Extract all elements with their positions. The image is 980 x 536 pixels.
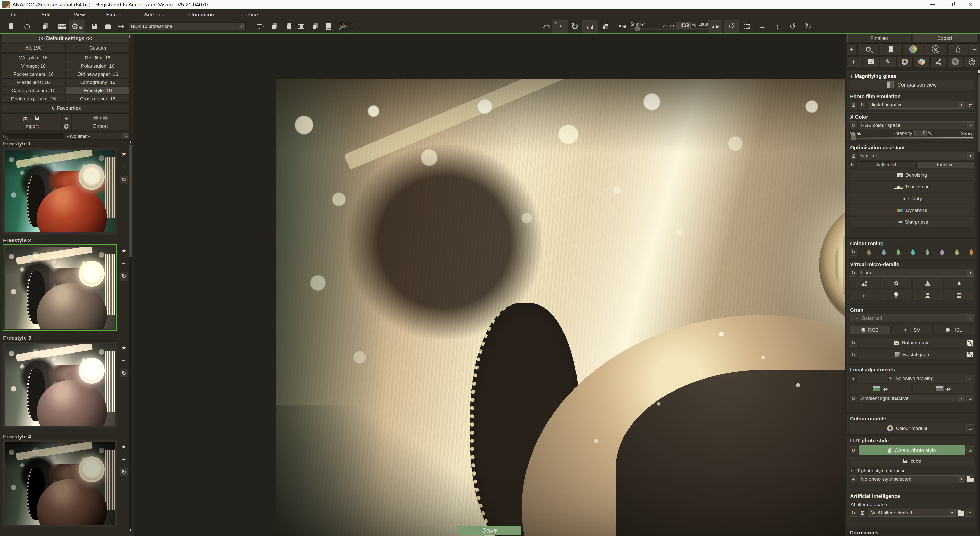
film-emulation-dropdown[interactable]: digital negative▼ [868, 101, 965, 109]
grain-hsl-button[interactable]: HSL [934, 326, 974, 334]
favourites-button[interactable]: ★ Favourites [2, 104, 130, 112]
colour-module-button[interactable]: Colour module [850, 423, 965, 433]
refresh-icon[interactable]: ↻ [850, 121, 857, 129]
preset-filter-dropdown[interactable]: - No filter - ▼ [65, 133, 130, 140]
micro-portrait-button[interactable] [913, 290, 943, 300]
export-icon[interactable]: » [966, 425, 974, 432]
clarity-button[interactable]: ◑Clarity [850, 194, 974, 204]
category-pocket-camera[interactable]: Pocket camera: 16 [2, 70, 65, 78]
zoom-slider-thumb[interactable] [635, 26, 640, 32]
dynamics-button[interactable]: Dynamics [850, 205, 974, 215]
rotate-right-button[interactable]: ↻ [802, 20, 814, 33]
print-button[interactable] [102, 20, 114, 33]
add-icon[interactable]: + [120, 259, 128, 268]
refresh-icon[interactable]: ↻ [850, 162, 856, 168]
activated-button[interactable]: Activated [857, 161, 915, 169]
refresh-icon[interactable]: ↻ [120, 176, 128, 184]
preset-thumbnail-freestyle-2[interactable] [3, 244, 117, 331]
preset-scrollbar[interactable] [129, 140, 132, 532]
preview-eye-button[interactable] [541, 20, 552, 33]
add-icon[interactable]: + [120, 356, 128, 365]
micro-buildings-button[interactable]: ⌂ [850, 290, 880, 300]
preset-browser-icon[interactable]: ⊞ [859, 509, 866, 517]
import-button[interactable]: ⊞ → Import [2, 114, 61, 130]
category-cross-colour[interactable]: Cross colour: 16 [66, 95, 130, 103]
refresh-icon[interactable]: ↻ [850, 269, 857, 277]
magnifying-glass-header[interactable]: ↓Magnifying glass [850, 73, 974, 79]
micro-rocks-button[interactable] [850, 278, 880, 288]
create-photo-style-button[interactable]: Create photo style [859, 445, 965, 455]
preset-thumbnail-freestyle-3[interactable] [3, 341, 117, 428]
intensity-slider[interactable]: Weak Intensity 0 % Strong [850, 131, 974, 140]
refresh-icon[interactable]: ↻ [120, 369, 128, 377]
settings-button[interactable]: ⚙⚙ [69, 20, 85, 33]
preset-dropdown[interactable]: HDR 10 professional ▼ [129, 22, 245, 30]
lut-db-dropdown[interactable]: No photo style selected▼ [859, 475, 965, 483]
resize-width-button[interactable]: ↔ [756, 20, 768, 33]
selection-button[interactable] [741, 20, 753, 33]
toning-droplet-blue[interactable] [881, 249, 886, 255]
stamp-tool-button[interactable]: ✎ [947, 57, 963, 67]
category-lomography[interactable]: Lomography: 16 [66, 78, 130, 86]
category-camera-obscura[interactable]: Camera obscura: 10 [2, 86, 65, 94]
sharpness-button[interactable]: Sharpness [850, 217, 974, 227]
resize-height-button[interactable]: ↕ [771, 20, 783, 33]
colour-wheel-tool-button[interactable] [902, 43, 924, 55]
favourite-star-icon[interactable]: ★ [120, 344, 128, 352]
refresh-icon[interactable]: ↻ [850, 509, 857, 517]
export-icon[interactable]: » [966, 375, 974, 382]
intensity-slider-thumb[interactable] [851, 135, 856, 140]
add-icon[interactable]: + [120, 455, 128, 463]
favourite-star-icon[interactable]: ★ [120, 442, 128, 451]
preset-thumbnail-freestyle-1[interactable] [3, 148, 117, 234]
add-section-button[interactable]: + [846, 43, 856, 55]
composite-mono-button[interactable]: ⇄ [913, 384, 974, 393]
rotate-crop-button[interactable]: ↺ [724, 20, 738, 33]
restore-button[interactable] [942, 0, 960, 9]
category-old-newspaper[interactable]: Old newspaper: 16 [66, 70, 130, 78]
category-vintage[interactable]: Vintage: 16 [2, 62, 65, 70]
micro-mountain-button[interactable] [913, 278, 943, 288]
export-device-button[interactable]: ▾ [254, 20, 266, 33]
category-polarisation[interactable]: Polarisation: 16 [66, 62, 130, 70]
scrollbar-thumb[interactable] [978, 75, 980, 152]
popout-icon[interactable] [129, 35, 133, 38]
grain-type-dropdown[interactable]: ∘∘Balanced▼ [850, 315, 974, 322]
default-settings-header[interactable]: >> Default settings << [2, 34, 129, 42]
scroll-down-icon[interactable] [130, 530, 131, 531]
refresh-icon[interactable]: ↻ [850, 446, 857, 454]
favourite-star-icon[interactable]: ★ [120, 150, 128, 158]
export-button[interactable]: + Export [72, 114, 130, 130]
scratch-tool-button[interactable]: ✎ [880, 57, 896, 67]
intensity-slider-track[interactable] [850, 137, 974, 138]
folder-icon[interactable] [957, 509, 965, 517]
scroll-up-icon[interactable] [130, 141, 131, 143]
folder-icon[interactable] [966, 475, 974, 483]
film-swap-icon[interactable]: ⇄ [966, 101, 974, 109]
refresh-icon[interactable]: ↻ [850, 248, 857, 256]
cube-export-button[interactable]: .cube [850, 457, 974, 466]
close-button[interactable]: × [961, 0, 979, 9]
droplet-tool-button[interactable] [947, 43, 969, 55]
share-button[interactable]: ↪ [115, 20, 127, 33]
menu-view[interactable]: View [73, 11, 85, 17]
comparison-view-toggle[interactable]: Comparison view [850, 80, 974, 89]
tab-expert[interactable]: Expert [913, 34, 977, 42]
micro-details-dropdown[interactable]: User▼ [859, 269, 974, 277]
fit-view-button[interactable]: ▼◀ [616, 20, 627, 33]
tab-finalise[interactable]: Finalise [847, 34, 911, 42]
export-file-button[interactable] [283, 20, 294, 33]
expand-canvas-button[interactable]: ▲▶ [708, 20, 722, 33]
save-image-button[interactable] [89, 20, 100, 33]
refresh-icon[interactable]: ↻ [120, 272, 128, 280]
preset-search-input[interactable] [2, 133, 64, 140]
remove-section-button[interactable]: − [970, 43, 980, 55]
flip-horizontal-button[interactable] [582, 20, 598, 33]
colour-ring-tool-button[interactable] [897, 57, 913, 67]
ambient-light-dropdown[interactable]: Ambient light: Inactive▼ [859, 394, 965, 402]
raw-settings-button[interactable]: RAW [56, 20, 68, 33]
category-wet-plate[interactable]: Wet plate: 16 [2, 54, 65, 62]
colour-space-dropdown[interactable]: RGB colour space▼ [859, 121, 974, 129]
preset-browser-icon[interactable]: ⊞ [850, 101, 857, 109]
layout-view-button[interactable] [295, 20, 307, 33]
